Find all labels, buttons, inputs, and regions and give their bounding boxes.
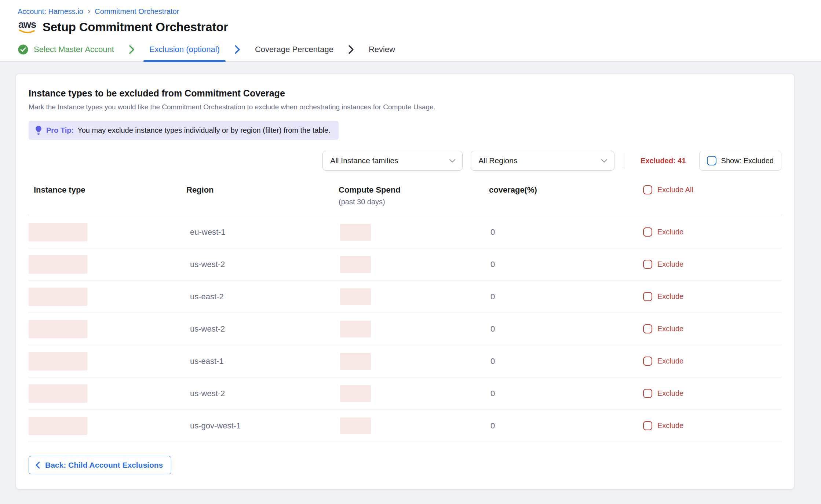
breadcrumb-account-link[interactable]: Account: Harness.io	[18, 7, 83, 16]
compute-spend-title: Compute Spend	[339, 185, 401, 194]
exclude-control[interactable]: Exclude	[643, 357, 781, 366]
title-row: aws Setup Commitment Orchestrator	[18, 20, 803, 34]
column-header-compute-spend: Compute Spend (past 30 days)	[339, 185, 489, 206]
cell-region: us-east-2	[186, 292, 339, 302]
exclude-label: Exclude	[657, 421, 683, 430]
step-label: Coverage Percentage	[255, 45, 333, 54]
cell-compute-spend	[339, 256, 489, 273]
panel-subheading: Mark the Instance types you would like t…	[29, 103, 781, 111]
cell-region: us-west-2	[186, 260, 339, 269]
cell-compute-spend	[339, 288, 489, 305]
table-row: us-east-2 0 Exclude	[29, 281, 781, 313]
exclude-checkbox[interactable]	[643, 260, 652, 269]
table-row: us-east-1 0 Exclude	[29, 345, 781, 377]
pro-tip-banner: Pro Tip: You may exclude instance types …	[29, 121, 339, 140]
exclude-all-label: Exclude All	[657, 186, 693, 194]
exclude-label: Exclude	[657, 389, 683, 398]
exclude-checkbox[interactable]	[643, 357, 652, 366]
regions-dropdown[interactable]: All Regions	[471, 151, 614, 171]
step-chevron-icon	[128, 44, 135, 55]
cell-compute-spend	[339, 321, 489, 337]
cell-instance-type	[29, 417, 186, 435]
instance-type-redacted-block	[29, 352, 87, 370]
show-excluded-checkbox[interactable]	[707, 156, 716, 165]
cell-instance-type	[29, 320, 186, 338]
instance-type-redacted-block	[29, 255, 87, 274]
cell-compute-spend	[339, 224, 489, 241]
step-chevron-icon	[234, 44, 241, 55]
exclude-checkbox[interactable]	[643, 389, 652, 398]
exclude-checkbox[interactable]	[643, 227, 652, 237]
table-row: eu-west-1 0 Exclude	[29, 216, 781, 248]
table-row: us-west-2 0 Exclude	[29, 377, 781, 410]
exclude-all-control[interactable]: Exclude All	[643, 185, 781, 194]
cell-coverage: 0	[489, 357, 643, 366]
regions-value: All Regions	[478, 156, 517, 165]
compute-spend-redacted-block	[340, 288, 371, 305]
cell-coverage: 0	[489, 260, 643, 269]
exclude-control[interactable]: Exclude	[643, 260, 781, 269]
exclude-label: Exclude	[657, 357, 683, 365]
excluded-count-badge: Excluded: 41	[641, 157, 686, 165]
lightbulb-icon	[34, 125, 43, 135]
cell-coverage: 0	[489, 421, 643, 431]
exclude-control[interactable]: Exclude	[643, 324, 781, 333]
exclude-control[interactable]: Exclude	[643, 389, 781, 398]
wizard-stepper: Select Master Account Exclusion (optiona…	[18, 38, 803, 61]
page-title: Setup Commitment Orchestrator	[43, 20, 228, 34]
filter-row: All Instance families All Regions Exclud…	[29, 151, 781, 171]
exclude-all-checkbox[interactable]	[643, 185, 652, 194]
breadcrumb-commitment-orchestrator-link[interactable]: Commitment Orchestrator	[95, 7, 179, 16]
step-completed-check-icon	[18, 44, 29, 55]
step-exclusion-optional[interactable]: Exclusion (optional)	[143, 38, 226, 61]
exclusion-table: Instance type Region Compute Spend (past…	[29, 185, 781, 442]
cell-coverage: 0	[489, 389, 643, 398]
table-row: us-west-2 0 Exclude	[29, 248, 781, 281]
step-label: Review	[369, 45, 395, 54]
exclude-checkbox[interactable]	[643, 421, 652, 430]
aws-smile-icon	[18, 29, 36, 34]
page: Account: Harness.io › Commitment Orchest…	[0, 0, 821, 504]
instance-type-redacted-block	[29, 223, 87, 241]
pro-tip-text: You may exclude instance types individua…	[77, 126, 331, 135]
cell-instance-type	[29, 288, 186, 306]
back-child-account-exclusions-button[interactable]: Back: Child Account Exclusions	[29, 456, 171, 474]
cell-instance-type	[29, 223, 186, 241]
compute-spend-redacted-block	[340, 353, 371, 370]
step-review[interactable]: Review	[363, 38, 401, 61]
panel-heading: Instance types to be excluded from Commi…	[29, 88, 781, 99]
exclude-label: Exclude	[657, 260, 683, 269]
cell-region: us-gov-west-1	[186, 421, 339, 431]
compute-spend-redacted-block	[340, 321, 371, 337]
step-select-master-account[interactable]: Select Master Account	[18, 38, 120, 61]
cell-region: eu-west-1	[186, 227, 339, 237]
compute-spend-subtitle: (past 30 days)	[339, 198, 489, 206]
compute-spend-redacted-block	[340, 224, 371, 241]
cell-coverage: 0	[489, 292, 643, 302]
exclude-checkbox[interactable]	[643, 292, 652, 301]
step-label: Exclusion (optional)	[149, 45, 220, 54]
breadcrumb: Account: Harness.io › Commitment Orchest…	[18, 7, 803, 16]
exclude-control[interactable]: Exclude	[643, 421, 781, 430]
show-excluded-toggle[interactable]: Show: Excluded	[699, 151, 781, 171]
exclude-label: Exclude	[657, 228, 683, 236]
filter-divider	[625, 153, 625, 169]
chevron-down-icon	[449, 159, 456, 163]
aws-logo-icon: aws	[18, 20, 37, 34]
compute-spend-redacted-block	[340, 417, 371, 434]
instance-type-redacted-block	[29, 320, 87, 338]
exclude-control[interactable]: Exclude	[643, 292, 781, 301]
instance-families-dropdown[interactable]: All Instance families	[322, 151, 463, 171]
step-coverage-percentage[interactable]: Coverage Percentage	[249, 38, 339, 61]
table-body: eu-west-1 0 Exclude	[29, 216, 781, 442]
cell-region: us-west-2	[186, 389, 339, 398]
exclude-control[interactable]: Exclude	[643, 227, 781, 237]
exclusion-panel: Instance types to be excluded from Commi…	[16, 74, 794, 489]
content-area: Instance types to be excluded from Commi…	[0, 62, 821, 504]
instance-type-redacted-block	[29, 288, 87, 306]
compute-spend-redacted-block	[340, 385, 371, 402]
exclude-checkbox[interactable]	[643, 324, 652, 333]
instance-families-value: All Instance families	[330, 156, 398, 165]
table-row: us-gov-west-1 0 Exclude	[29, 410, 781, 442]
top-header: Account: Harness.io › Commitment Orchest…	[0, 0, 821, 62]
